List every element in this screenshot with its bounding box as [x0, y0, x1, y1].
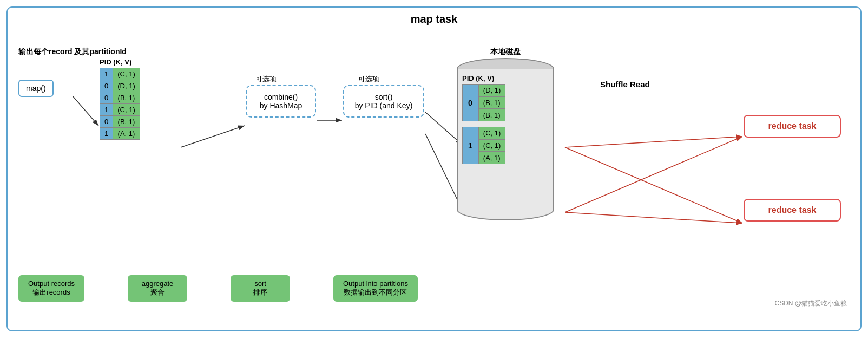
- optional-label-2: 可选项: [358, 74, 379, 84]
- bottom-label-box: sort排序: [231, 275, 290, 302]
- val-cell: (D, 1): [113, 80, 140, 92]
- left-label: 输出每个record 及其partitionId: [18, 47, 127, 57]
- pid-table-1: PID (K, V) 1(C, 1)0(D, 1)0(B, 1)1(C, 1)0…: [100, 58, 140, 140]
- val-cell: (B, 1): [113, 92, 140, 104]
- pid-cell: 0: [100, 92, 113, 104]
- bottom-label-line2: 聚合: [137, 288, 177, 297]
- sort-line2: by PID (and Key): [354, 101, 413, 110]
- partition-pid: 1: [462, 127, 478, 164]
- svg-line-7: [565, 136, 742, 147]
- partition-group: 1(C, 1)(C, 1)(A, 1): [462, 127, 505, 164]
- partition-val: (C, 1): [478, 139, 506, 152]
- bottom-labels: Output records输出recordsaggregate聚合sort排序…: [18, 275, 418, 302]
- svg-line-9: [565, 136, 742, 212]
- partition-val: (D, 1): [478, 84, 506, 96]
- combine-line1: combine(): [257, 93, 305, 101]
- pid-table2-partitions: 0(D, 1)(B, 1)(B, 1)1(C, 1)(C, 1)(A, 1): [462, 84, 505, 164]
- sort-box: sort() by PID (and Key): [343, 85, 424, 118]
- partition-group: 0(D, 1)(B, 1)(B, 1): [462, 84, 505, 121]
- bottom-label-box: Output into partitions数据输出到不同分区: [333, 275, 418, 302]
- map-box: map(): [18, 80, 54, 97]
- svg-line-8: [565, 147, 742, 223]
- pid-cell: 0: [100, 116, 113, 128]
- disk-label: 本地磁盘: [457, 47, 554, 57]
- svg-line-3: [181, 126, 245, 147]
- val-cell: (C, 1): [113, 104, 140, 116]
- bottom-label-line1: aggregate: [137, 280, 177, 288]
- val-cell: (C, 1): [113, 68, 140, 80]
- pid-cell: 1: [100, 104, 113, 116]
- table-row: 1(C, 1): [100, 104, 140, 116]
- bottom-label-box: aggregate聚合: [128, 275, 187, 302]
- partition-val: (B, 1): [478, 96, 506, 109]
- val-cell: (A, 1): [113, 128, 140, 140]
- pid-cell: 1: [100, 68, 113, 80]
- pid-table1-grid: 1(C, 1)0(D, 1)0(B, 1)1(C, 1)0(B, 1)1(A, …: [100, 68, 140, 140]
- partition-rows: (D, 1)(B, 1)(B, 1): [478, 84, 506, 121]
- table-row: 1(A, 1): [100, 128, 140, 140]
- table-row: 1(C, 1): [100, 68, 140, 80]
- bottom-label-line2: 排序: [240, 288, 280, 297]
- partition-val: (A, 1): [478, 152, 506, 164]
- shuffle-read-label: Shuffle Read: [600, 80, 650, 89]
- bottom-label-line1: Output records: [28, 280, 75, 288]
- sort-line1: sort(): [354, 93, 413, 101]
- bottom-label-box: Output records输出records: [18, 275, 84, 302]
- svg-line-10: [565, 212, 742, 223]
- table-row: 0(B, 1): [100, 116, 140, 128]
- diagram-area: 输出每个record 及其partitionId map() PID (K, V…: [13, 31, 855, 313]
- reduce-task-1: reduce task: [744, 115, 841, 138]
- bottom-label-line1: Output into partitions: [343, 280, 408, 288]
- bottom-label-line2: 输出records: [28, 288, 75, 297]
- svg-line-2: [73, 96, 98, 126]
- pid-cell: 0: [100, 80, 113, 92]
- bottom-label-line2: 数据输出到不同分区: [343, 288, 408, 297]
- map-task-title: map task: [13, 13, 855, 25]
- reduce-task-2: reduce task: [744, 199, 841, 222]
- partition-val: (B, 1): [478, 109, 506, 121]
- partition-pid: 0: [462, 84, 478, 121]
- bottom-label-line1: sort: [240, 280, 280, 288]
- watermark: CSDN @猫猫爱吃小鱼粮: [774, 299, 847, 308]
- combine-line2: by HashMap: [257, 101, 305, 110]
- partition-rows: (C, 1)(C, 1)(A, 1): [478, 127, 506, 164]
- combine-box: combine() by HashMap: [246, 85, 316, 118]
- pid-table2-header: PID (K, V): [462, 74, 505, 82]
- optional-label-1: 可选项: [255, 74, 277, 84]
- main-container: map task: [6, 6, 862, 332]
- partition-val: (C, 1): [478, 127, 506, 139]
- table-row: 0(B, 1): [100, 92, 140, 104]
- pid-table1-header: PID (K, V): [100, 58, 140, 66]
- pid-table-2: PID (K, V) 0(D, 1)(B, 1)(B, 1)1(C, 1)(C,…: [462, 74, 505, 170]
- val-cell: (B, 1): [113, 116, 140, 128]
- pid-cell: 1: [100, 128, 113, 140]
- table-row: 0(D, 1): [100, 80, 140, 92]
